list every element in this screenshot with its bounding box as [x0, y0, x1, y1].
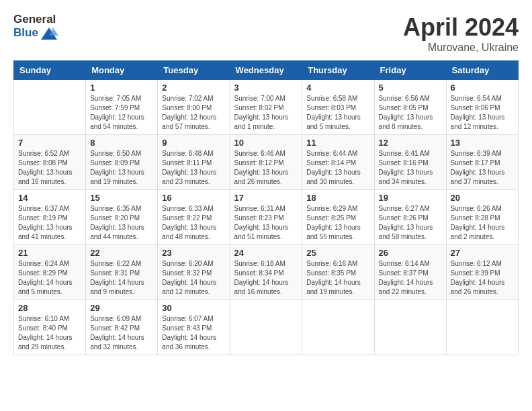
day-info: Sunrise: 6:31 AMSunset: 8:23 PMDaylight:… — [234, 204, 298, 242]
day-number: 11 — [306, 138, 369, 148]
logo-icon — [40, 26, 58, 41]
calendar-day-cell: 8 Sunrise: 6:50 AMSunset: 8:09 PMDayligh… — [86, 135, 158, 190]
day-info: Sunrise: 6:54 AMSunset: 8:06 PMDaylight:… — [451, 94, 514, 132]
day-info: Sunrise: 6:44 AMSunset: 8:14 PMDaylight:… — [306, 149, 369, 187]
calendar-day-cell: 10 Sunrise: 6:46 AMSunset: 8:12 PMDaylig… — [230, 135, 302, 190]
calendar-day-cell: 26 Sunrise: 6:14 AMSunset: 8:37 PMDaylig… — [374, 245, 446, 300]
weekday-header: Tuesday — [158, 61, 230, 80]
calendar-day-cell: 25 Sunrise: 6:16 AMSunset: 8:35 PMDaylig… — [302, 245, 374, 300]
day-number: 20 — [451, 193, 514, 203]
day-info: Sunrise: 6:41 AMSunset: 8:16 PMDaylight:… — [379, 149, 442, 187]
day-info: Sunrise: 6:58 AMSunset: 8:03 PMDaylight:… — [306, 94, 369, 132]
calendar-day-cell: 21 Sunrise: 6:24 AMSunset: 8:29 PMDaylig… — [14, 245, 86, 300]
calendar-day-cell: 13 Sunrise: 6:39 AMSunset: 8:17 PMDaylig… — [446, 135, 518, 190]
day-info: Sunrise: 6:16 AMSunset: 8:35 PMDaylight:… — [306, 259, 369, 297]
weekday-header: Thursday — [302, 61, 374, 80]
calendar-day-cell: 24 Sunrise: 6:18 AMSunset: 8:34 PMDaylig… — [230, 245, 302, 300]
calendar-day-cell: 19 Sunrise: 6:27 AMSunset: 8:26 PMDaylig… — [374, 190, 446, 245]
calendar-day-cell: 6 Sunrise: 6:54 AMSunset: 8:06 PMDayligh… — [446, 80, 518, 135]
day-info: Sunrise: 6:56 AMSunset: 8:05 PMDaylight:… — [379, 94, 442, 132]
calendar-table: SundayMondayTuesdayWednesdayThursdayFrid… — [13, 60, 519, 355]
day-info: Sunrise: 6:46 AMSunset: 8:12 PMDaylight:… — [234, 149, 298, 187]
calendar-day-cell: 28 Sunrise: 6:10 AMSunset: 8:40 PMDaylig… — [14, 300, 86, 355]
day-info: Sunrise: 6:22 AMSunset: 8:31 PMDaylight:… — [90, 259, 153, 297]
calendar-day-cell: 12 Sunrise: 6:41 AMSunset: 8:16 PMDaylig… — [374, 135, 446, 190]
calendar-day-cell: 17 Sunrise: 6:31 AMSunset: 8:23 PMDaylig… — [230, 190, 302, 245]
day-number: 7 — [18, 138, 81, 148]
calendar-day-cell: 29 Sunrise: 6:09 AMSunset: 8:42 PMDaylig… — [86, 300, 158, 355]
day-info: Sunrise: 6:07 AMSunset: 8:43 PMDaylight:… — [162, 314, 225, 352]
day-info: Sunrise: 6:24 AMSunset: 8:29 PMDaylight:… — [18, 259, 81, 297]
calendar-day-cell — [446, 300, 518, 355]
calendar-day-cell: 2 Sunrise: 7:02 AMSunset: 8:00 PMDayligh… — [158, 80, 230, 135]
day-number: 12 — [379, 138, 442, 148]
day-info: Sunrise: 6:12 AMSunset: 8:39 PMDaylight:… — [451, 259, 514, 297]
calendar-day-cell: 3 Sunrise: 7:00 AMSunset: 8:02 PMDayligh… — [230, 80, 302, 135]
header: General Blue April 2024 Murovane, Ukrain… — [13, 13, 519, 54]
day-info: Sunrise: 6:33 AMSunset: 8:22 PMDaylight:… — [162, 204, 225, 242]
calendar-day-cell: 22 Sunrise: 6:22 AMSunset: 8:31 PMDaylig… — [86, 245, 158, 300]
day-number: 13 — [451, 138, 514, 148]
day-number: 16 — [162, 193, 225, 203]
weekday-header: Sunday — [14, 61, 86, 80]
logo-blue: Blue — [13, 27, 38, 40]
calendar-day-cell: 20 Sunrise: 6:26 AMSunset: 8:28 PMDaylig… — [446, 190, 518, 245]
calendar-day-cell: 9 Sunrise: 6:48 AMSunset: 8:11 PMDayligh… — [158, 135, 230, 190]
day-number: 28 — [18, 303, 81, 313]
calendar-day-cell: 16 Sunrise: 6:33 AMSunset: 8:22 PMDaylig… — [158, 190, 230, 245]
calendar-day-cell — [230, 300, 302, 355]
day-info: Sunrise: 6:29 AMSunset: 8:25 PMDaylight:… — [306, 204, 369, 242]
calendar-day-cell: 1 Sunrise: 7:05 AMSunset: 7:59 PMDayligh… — [86, 80, 158, 135]
day-info: Sunrise: 6:35 AMSunset: 8:20 PMDaylight:… — [90, 204, 153, 242]
weekday-header: Saturday — [446, 61, 518, 80]
calendar-day-cell: 11 Sunrise: 6:44 AMSunset: 8:14 PMDaylig… — [302, 135, 374, 190]
weekday-header: Wednesday — [230, 61, 302, 80]
calendar-week-row: 1 Sunrise: 7:05 AMSunset: 7:59 PMDayligh… — [14, 80, 519, 135]
day-number: 27 — [451, 248, 514, 258]
day-info: Sunrise: 6:20 AMSunset: 8:32 PMDaylight:… — [162, 259, 225, 297]
day-info: Sunrise: 7:02 AMSunset: 8:00 PMDaylight:… — [162, 94, 225, 132]
day-info: Sunrise: 6:50 AMSunset: 8:09 PMDaylight:… — [90, 149, 153, 187]
day-number: 8 — [90, 138, 153, 148]
day-number: 10 — [234, 138, 298, 148]
day-info: Sunrise: 6:18 AMSunset: 8:34 PMDaylight:… — [234, 259, 298, 297]
day-info: Sunrise: 6:37 AMSunset: 8:19 PMDaylight:… — [18, 204, 81, 242]
day-number: 1 — [90, 83, 153, 93]
day-number: 26 — [379, 248, 442, 258]
day-number: 22 — [90, 248, 153, 258]
day-number: 4 — [306, 83, 369, 93]
day-info: Sunrise: 6:48 AMSunset: 8:11 PMDaylight:… — [162, 149, 225, 187]
day-number: 3 — [234, 83, 298, 93]
day-number: 30 — [162, 303, 225, 313]
day-number: 6 — [451, 83, 514, 93]
calendar-day-cell: 5 Sunrise: 6:56 AMSunset: 8:05 PMDayligh… — [374, 80, 446, 135]
day-info: Sunrise: 7:00 AMSunset: 8:02 PMDaylight:… — [234, 94, 298, 132]
day-info: Sunrise: 6:14 AMSunset: 8:37 PMDaylight:… — [379, 259, 442, 297]
calendar-day-cell: 18 Sunrise: 6:29 AMSunset: 8:25 PMDaylig… — [302, 190, 374, 245]
day-number: 17 — [234, 193, 298, 203]
day-number: 29 — [90, 303, 153, 313]
logo: General Blue — [13, 13, 58, 41]
calendar-week-row: 14 Sunrise: 6:37 AMSunset: 8:19 PMDaylig… — [14, 190, 519, 245]
day-info: Sunrise: 6:27 AMSunset: 8:26 PMDaylight:… — [379, 204, 442, 242]
weekday-header: Monday — [86, 61, 158, 80]
calendar-day-cell — [374, 300, 446, 355]
day-number: 15 — [90, 193, 153, 203]
calendar-day-cell: 14 Sunrise: 6:37 AMSunset: 8:19 PMDaylig… — [14, 190, 86, 245]
day-number: 18 — [306, 193, 369, 203]
calendar-header-row: SundayMondayTuesdayWednesdayThursdayFrid… — [14, 61, 519, 80]
day-info: Sunrise: 6:26 AMSunset: 8:28 PMDaylight:… — [451, 204, 514, 242]
calendar-day-cell — [14, 80, 86, 135]
calendar-week-row: 7 Sunrise: 6:52 AMSunset: 8:08 PMDayligh… — [14, 135, 519, 190]
day-info: Sunrise: 6:10 AMSunset: 8:40 PMDaylight:… — [18, 314, 81, 352]
logo-general: General — [13, 13, 56, 26]
calendar-week-row: 28 Sunrise: 6:10 AMSunset: 8:40 PMDaylig… — [14, 300, 519, 355]
title-area: April 2024 Murovane, Ukraine — [403, 13, 519, 54]
calendar-day-cell: 27 Sunrise: 6:12 AMSunset: 8:39 PMDaylig… — [446, 245, 518, 300]
calendar-week-row: 21 Sunrise: 6:24 AMSunset: 8:29 PMDaylig… — [14, 245, 519, 300]
day-number: 5 — [379, 83, 442, 93]
day-info: Sunrise: 7:05 AMSunset: 7:59 PMDaylight:… — [90, 94, 153, 132]
day-number: 19 — [379, 193, 442, 203]
day-info: Sunrise: 6:52 AMSunset: 8:08 PMDaylight:… — [18, 149, 81, 187]
location-title: Murovane, Ukraine — [403, 42, 519, 54]
